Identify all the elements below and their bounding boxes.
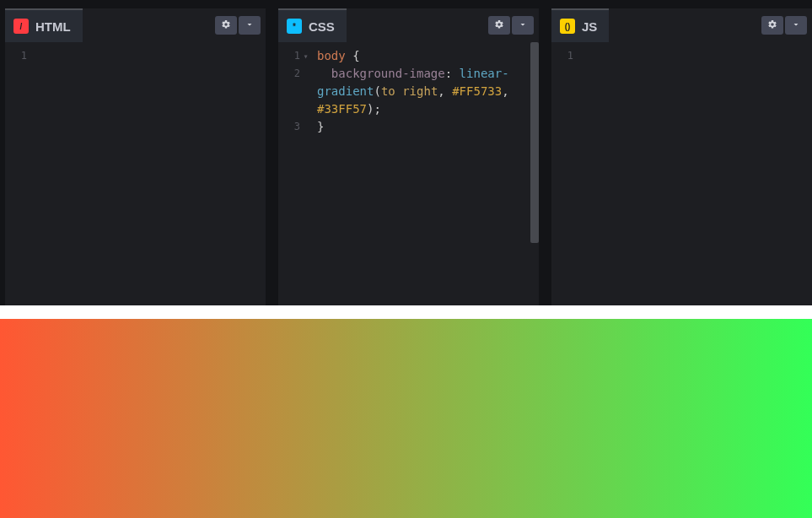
gear-icon (221, 19, 231, 32)
editor-js[interactable]: 1 (551, 42, 812, 305)
code-line: } (317, 118, 532, 136)
panel-js-tab[interactable]: () JS (551, 8, 609, 42)
html-icon: / (13, 19, 29, 34)
gutter-css: 1 2 3 (278, 42, 307, 305)
code-line (590, 83, 805, 100)
panel-js-header: () JS (551, 8, 812, 42)
panel-html-tab[interactable]: / HTML (5, 8, 83, 42)
code-line: body { (317, 47, 532, 65)
css-icon: * (287, 19, 302, 34)
panel-html-title: HTML (35, 19, 71, 34)
panel-css-dropdown-button[interactable] (512, 16, 534, 35)
editor-css[interactable]: 1 2 3 body { background-image: linear-gr… (278, 42, 539, 305)
line-number: 3 (278, 118, 300, 136)
js-icon: () (560, 19, 575, 34)
code-js[interactable] (580, 42, 812, 305)
editor-panels: / HTML 1 * CSS (0, 8, 812, 305)
line-number: 2 (278, 65, 300, 83)
top-strip (0, 0, 812, 8)
panel-html: / HTML 1 (5, 8, 266, 305)
panel-html-dropdown-button[interactable] (239, 16, 261, 35)
chevron-down-icon (245, 19, 255, 32)
output-body (0, 319, 812, 518)
gear-icon (767, 19, 777, 32)
code-line (44, 83, 259, 100)
line-number: 1 (5, 47, 27, 65)
panel-css-header: * CSS (278, 8, 539, 42)
panel-html-header: / HTML (5, 8, 266, 42)
panel-js: () JS 1 (551, 8, 812, 305)
panel-js-dropdown-button[interactable] (785, 16, 807, 35)
gear-icon (494, 19, 504, 32)
panel-js-actions (761, 16, 812, 35)
code-html[interactable] (34, 42, 266, 305)
panel-css: * CSS 1 2 3 body { background-image: lin… (278, 8, 539, 305)
panel-css-actions (488, 16, 539, 35)
gutter-html: 1 (5, 42, 34, 305)
panel-css-tab[interactable]: * CSS (278, 8, 347, 42)
output-preview (0, 305, 812, 518)
gutter-js: 1 (551, 42, 580, 305)
panel-html-settings-button[interactable] (215, 16, 237, 35)
panel-html-actions (215, 16, 266, 35)
editor-html[interactable]: 1 (5, 42, 266, 305)
panel-js-settings-button[interactable] (761, 16, 783, 35)
chevron-down-icon (518, 19, 528, 32)
chevron-down-icon (791, 19, 801, 32)
line-number: 1 (278, 47, 300, 65)
panel-js-title: JS (582, 19, 597, 34)
scrollbar[interactable] (530, 42, 539, 243)
output-top-margin (0, 305, 812, 319)
panel-css-title: CSS (309, 19, 335, 34)
panel-css-settings-button[interactable] (488, 16, 510, 35)
code-line: background-image: linear-gradient(to rig… (317, 65, 532, 118)
line-number: 1 (551, 47, 573, 65)
code-css[interactable]: body { background-image: linear-gradient… (307, 42, 539, 305)
